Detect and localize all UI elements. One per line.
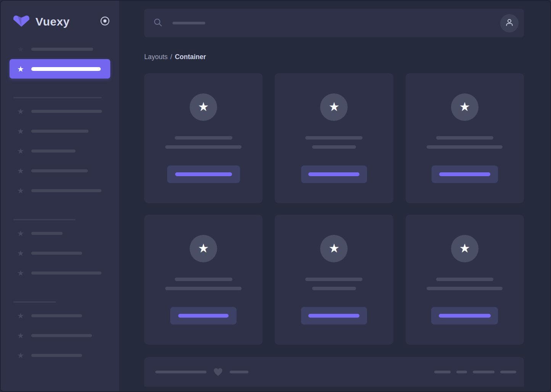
- sidebar-item[interactable]: ★: [1, 223, 119, 243]
- star-icon: ★: [16, 187, 25, 194]
- menu-label-placeholder: [31, 252, 82, 255]
- footer-text-placeholder: [230, 371, 248, 373]
- person-icon: [504, 18, 514, 29]
- menu-label-placeholder: [31, 149, 76, 153]
- star-icon: ★: [459, 101, 470, 114]
- card: ★: [144, 73, 263, 203]
- heading-placeholder-bar: [13, 219, 76, 220]
- radio-circle-icon: [100, 16, 110, 27]
- footer-link-placeholder: [434, 371, 451, 373]
- star-icon: ★: [329, 242, 340, 255]
- card-button[interactable]: [431, 307, 498, 325]
- breadcrumb-separator: /: [170, 53, 172, 61]
- star-icon: ★: [459, 242, 470, 255]
- footer: [144, 357, 524, 387]
- card-subtitle-placeholder: [427, 287, 503, 290]
- footer-link-placeholder: [500, 371, 516, 373]
- menu-label-placeholder: [31, 130, 89, 133]
- vuexy-logo-icon: [12, 14, 31, 29]
- sidebar-item[interactable]: ★: [1, 263, 119, 283]
- card-title-placeholder: [305, 278, 362, 281]
- sidebar-item[interactable]: ★: [1, 141, 119, 161]
- sidebar-item[interactable]: ★: [1, 161, 119, 181]
- sidebar-section-heading: [13, 301, 119, 303]
- sidebar-item[interactable]: ★: [1, 181, 119, 201]
- sidebar-section-heading: [13, 219, 119, 220]
- sidebar-nav: ★★★★★★★★★★★★★: [1, 39, 119, 365]
- star-icon: ★: [16, 167, 25, 175]
- card-button[interactable]: [432, 165, 498, 183]
- breadcrumb: Layouts/Container: [144, 53, 524, 61]
- app-window: Vuexy ★★★★★★★★★★★★★: [0, 0, 551, 392]
- card: ★: [406, 215, 524, 345]
- sidebar-item[interactable]: ★: [1, 326, 119, 345]
- star-icon: ★: [16, 352, 25, 359]
- card-button[interactable]: [170, 307, 237, 325]
- menu-label-placeholder: [31, 169, 88, 172]
- menu-label-placeholder: [31, 334, 92, 337]
- breadcrumb-link-parent[interactable]: Layouts: [144, 53, 168, 61]
- menu-label-placeholder: [31, 272, 102, 275]
- card-title-placeholder: [305, 136, 362, 140]
- menu-pin-toggle[interactable]: [100, 17, 110, 27]
- card-avatar: ★: [451, 235, 478, 262]
- menu-label-placeholder: [31, 314, 82, 317]
- menu-label-placeholder: [31, 354, 82, 357]
- card-avatar: ★: [320, 93, 348, 121]
- button-label-placeholder: [175, 172, 232, 176]
- star-icon: ★: [16, 127, 25, 135]
- menu-label-placeholder: [31, 67, 101, 71]
- card-button[interactable]: [301, 165, 367, 183]
- card-avatar: ★: [190, 235, 217, 262]
- card: ★: [406, 73, 524, 203]
- card-avatar: ★: [190, 93, 217, 121]
- card-title-placeholder: [436, 136, 493, 140]
- button-label-placeholder: [439, 172, 490, 176]
- breadcrumb-current: Container: [175, 53, 206, 61]
- heading-placeholder-bar: [13, 97, 102, 98]
- heart-icon: [213, 368, 223, 376]
- card-title-placeholder: [436, 278, 493, 281]
- star-icon: ★: [16, 45, 25, 53]
- sidebar-item[interactable]: ★: [1, 39, 119, 59]
- sidebar-item[interactable]: ★: [1, 101, 119, 121]
- star-icon: ★: [16, 332, 25, 339]
- footer-left: [155, 368, 248, 376]
- sidebar: Vuexy ★★★★★★★★★★★★★: [1, 1, 119, 391]
- button-label-placeholder: [439, 314, 491, 318]
- user-avatar-button[interactable]: [500, 14, 519, 32]
- star-icon: ★: [16, 147, 25, 155]
- card-subtitle-placeholder: [165, 287, 242, 290]
- top-navbar: [144, 9, 524, 37]
- star-icon: ★: [16, 108, 25, 115]
- button-label-placeholder: [308, 314, 359, 318]
- card-subtitle-placeholder: [312, 287, 356, 290]
- card-button[interactable]: [301, 307, 367, 325]
- button-label-placeholder: [308, 172, 359, 176]
- card-grid: ★★★★★★: [144, 73, 524, 345]
- footer-right: [434, 371, 516, 373]
- search-input[interactable]: [153, 18, 500, 29]
- card-button[interactable]: [167, 165, 240, 183]
- main-content: Layouts/Container ★★★★★★: [119, 1, 550, 391]
- sidebar-item[interactable]: ★: [1, 243, 119, 263]
- star-icon: ★: [16, 312, 25, 320]
- menu-label-placeholder: [31, 110, 102, 113]
- card-subtitle-placeholder: [165, 145, 242, 149]
- star-icon: ★: [198, 242, 209, 255]
- sidebar-item[interactable]: ★: [1, 121, 119, 141]
- star-icon: ★: [16, 65, 25, 73]
- sidebar-item[interactable]: ★: [1, 345, 119, 365]
- sidebar-item[interactable]: ★: [1, 306, 119, 326]
- card: ★: [144, 215, 263, 345]
- heading-placeholder-bar: [13, 301, 56, 303]
- card: ★: [275, 73, 393, 203]
- star-icon: ★: [16, 249, 25, 257]
- sidebar-item-active[interactable]: ★: [10, 59, 110, 79]
- star-icon: ★: [16, 269, 25, 277]
- card: ★: [275, 215, 393, 345]
- card-title-placeholder: [175, 278, 232, 281]
- card-avatar: ★: [451, 93, 478, 121]
- sidebar-section-heading: [13, 97, 119, 98]
- sidebar-header: Vuexy: [1, 1, 119, 29]
